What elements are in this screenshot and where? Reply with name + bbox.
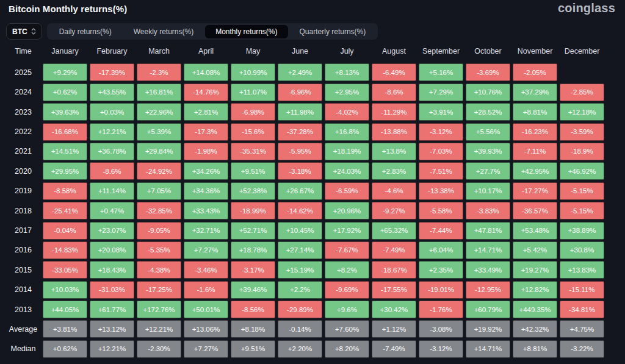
return-cell: +8.2% xyxy=(325,261,369,279)
return-cell: +29.84% xyxy=(137,143,181,160)
tab-daily-returns[interactable]: Daily returns(%) xyxy=(49,25,122,38)
coinglass-returns-page: Bitcoin Monthly returns(%) coinglass BTC… xyxy=(0,0,625,364)
return-cell: +10.45% xyxy=(278,222,322,240)
column-header-august: August xyxy=(372,44,416,59)
return-cell: +43.55% xyxy=(90,84,134,101)
return-cell: +17.92% xyxy=(325,222,369,240)
return-cell: +12.21% xyxy=(90,123,134,141)
coin-selector-value: BTC xyxy=(12,27,27,36)
return-cell: -9.05% xyxy=(137,222,181,240)
return-cell: +11.98% xyxy=(278,103,322,121)
return-cell: +12.21% xyxy=(137,320,181,338)
return-cell: -14.62% xyxy=(278,202,322,219)
return-cell: +29.95% xyxy=(43,162,87,180)
return-cell: -24.92% xyxy=(137,162,181,180)
row-label-2016: 2016 xyxy=(6,241,40,259)
return-cell: +10.76% xyxy=(466,84,510,101)
return-cell: +0.03% xyxy=(90,103,134,121)
return-cell: -9.69% xyxy=(325,281,369,299)
return-cell: +2.35% xyxy=(419,261,463,279)
return-cell: +18.43% xyxy=(90,261,134,279)
return-cell: -16.23% xyxy=(513,123,557,141)
coin-selector[interactable]: BTC xyxy=(6,23,42,40)
return-cell: +0.62% xyxy=(43,340,87,358)
return-cell: -2.3% xyxy=(137,63,181,81)
return-cell: -6.96% xyxy=(278,84,322,101)
return-cell: +8.81% xyxy=(513,340,557,358)
return-cell: +10.03% xyxy=(43,281,87,299)
row-label-2025: 2025 xyxy=(6,63,40,81)
return-cell: +20.96% xyxy=(325,202,369,219)
return-cell: +2.81% xyxy=(184,103,228,121)
return-cell: +30.8% xyxy=(560,241,604,259)
return-cell: -7.49% xyxy=(372,241,416,259)
row-label-2018: 2018 xyxy=(6,202,40,219)
return-cell: +5.42% xyxy=(513,241,557,259)
return-cell: +2.49% xyxy=(278,63,322,81)
return-cell: +16.8% xyxy=(325,123,369,141)
return-cell: -5.95% xyxy=(278,143,322,160)
return-cell: -3.59% xyxy=(560,123,604,141)
return-cell xyxy=(560,63,604,81)
return-cell: +5.56% xyxy=(466,123,510,141)
controls-bar: BTC Daily returns(%)Weekly returns(%)Mon… xyxy=(6,23,378,40)
coinglass-logo: coinglass xyxy=(558,1,615,15)
return-cell: -5.58% xyxy=(419,202,463,219)
return-cell: +53.48% xyxy=(513,222,557,240)
return-cell: +22.96% xyxy=(137,103,181,121)
return-cell: +52.38% xyxy=(231,182,275,200)
return-cell: -1.98% xyxy=(184,143,228,160)
return-cell: -1.6% xyxy=(184,281,228,299)
return-cell: +8.20% xyxy=(325,340,369,358)
return-cell: -3.12% xyxy=(419,340,463,358)
return-cell: +7.05% xyxy=(137,182,181,200)
return-cell: -1.76% xyxy=(419,301,463,318)
column-header-march: March xyxy=(137,44,181,59)
return-cell: -3.69% xyxy=(466,63,510,81)
return-cell: -17.3% xyxy=(184,123,228,141)
row-label-median: Median xyxy=(6,340,40,358)
return-cell: +24.03% xyxy=(325,162,369,180)
return-cell: +13.12% xyxy=(90,320,134,338)
return-cell: +42.32% xyxy=(513,320,557,338)
return-cell: +10.99% xyxy=(231,63,275,81)
page-title: Bitcoin Monthly returns(%) xyxy=(9,4,127,14)
return-cell: -4.38% xyxy=(137,261,181,279)
return-cell: +2.2% xyxy=(278,281,322,299)
return-cell: +28.52% xyxy=(466,103,510,121)
return-cell: -17.25% xyxy=(137,281,181,299)
column-header-june: June xyxy=(278,44,322,59)
return-cell: -9.27% xyxy=(372,202,416,219)
return-cell: +19.27% xyxy=(513,261,557,279)
return-cell: +12.82% xyxy=(513,281,557,299)
column-header-november: November xyxy=(513,44,557,59)
return-cell: +8.13% xyxy=(325,63,369,81)
return-cell: +16.81% xyxy=(137,84,181,101)
return-cell: -17.55% xyxy=(372,281,416,299)
chevron-updown-icon xyxy=(31,28,36,35)
return-cell: +7.29% xyxy=(419,84,463,101)
return-cell: +11.07% xyxy=(231,84,275,101)
return-cell: +27.7% xyxy=(466,162,510,180)
tab-monthly-returns[interactable]: Monthly returns(%) xyxy=(205,25,287,38)
return-cell: +14.08% xyxy=(184,63,228,81)
return-cell: +47.81% xyxy=(466,222,510,240)
return-cell: -18.67% xyxy=(372,261,416,279)
return-cell: +11.14% xyxy=(90,182,134,200)
return-cell: +18.19% xyxy=(325,143,369,160)
return-cell: +10.17% xyxy=(466,182,510,200)
return-cell: +13.06% xyxy=(184,320,228,338)
return-cell: -11.29% xyxy=(372,103,416,121)
column-header-time: Time xyxy=(6,44,40,59)
return-cell: +52.71% xyxy=(231,222,275,240)
return-cell: +9.29% xyxy=(43,63,87,81)
row-label-2014: 2014 xyxy=(6,281,40,299)
return-cell: -3.17% xyxy=(231,261,275,279)
return-cell: -25.41% xyxy=(43,202,87,219)
return-cell: +60.79% xyxy=(466,301,510,318)
tab-weekly-returns[interactable]: Weekly returns(%) xyxy=(123,25,204,38)
return-cell: +14.71% xyxy=(466,340,510,358)
return-cell: -7.03% xyxy=(419,143,463,160)
return-cell: +34.26% xyxy=(184,162,228,180)
tab-quarterly-returns[interactable]: Quarterly returns(%) xyxy=(289,25,377,38)
